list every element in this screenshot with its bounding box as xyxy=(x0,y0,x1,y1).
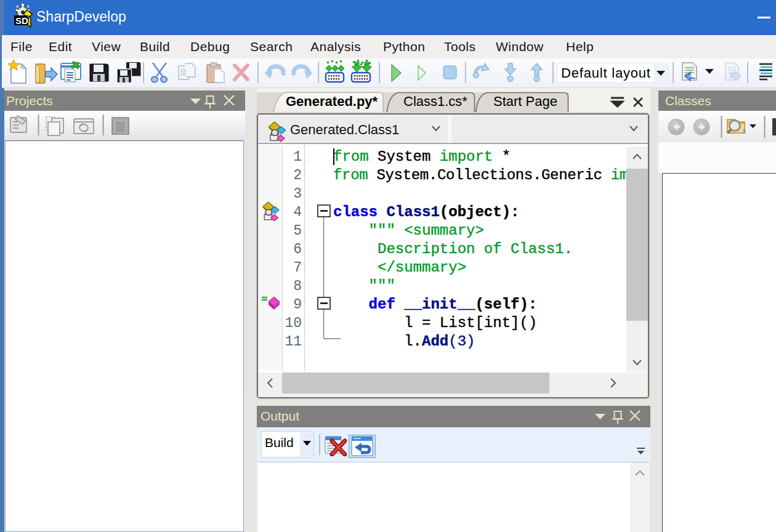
svg-text:Start Page: Start Page xyxy=(493,94,557,109)
svg-text:Default layout: Default layout xyxy=(561,65,651,81)
svg-text:Generated.py*: Generated.py* xyxy=(286,94,378,109)
svg-text:Class1.cs*: Class1.cs* xyxy=(403,94,467,109)
